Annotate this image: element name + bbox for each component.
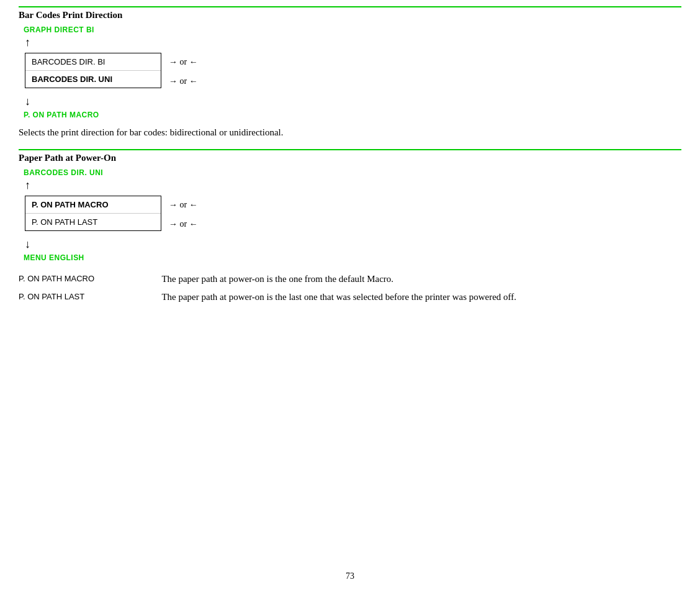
- section1-menu-item-0[interactable]: BARCODES DIR. BI: [25, 53, 161, 71]
- section1-or-item-0: → or ←: [169, 53, 198, 72]
- section2-desc-text-0: The paper path at power-on is the one fr…: [161, 271, 681, 289]
- section2-menu-item-0[interactable]: P. ON PATH MACRO: [25, 196, 161, 214]
- section2-desc-label-0: P. ON PATH MACRO: [19, 271, 161, 289]
- section2-desc-label-1: P. ON PATH LAST: [19, 289, 161, 307]
- section2-arrow-down: ↓: [25, 237, 681, 252]
- section2-menu-box-col: P. ON PATH MACRO P. ON PATH LAST: [19, 196, 161, 231]
- section2-menu-row: P. ON PATH MACRO P. ON PATH LAST → or ← …: [19, 196, 681, 234]
- section2-desc-table: P. ON PATH MACRO The paper path at power…: [19, 271, 681, 307]
- section2-or-item-0: → or ←: [169, 196, 198, 215]
- section2-menu-box: P. ON PATH MACRO P. ON PATH LAST: [25, 196, 161, 231]
- section2: Paper Path at Power-On BARCODES DIR. UNI…: [19, 149, 681, 307]
- page: Bar Codes Print Direction GRAPH DIRECT B…: [0, 0, 700, 590]
- section2-menu-item-1[interactable]: P. ON PATH LAST: [25, 214, 161, 230]
- section1-arrow-down: ↓: [25, 94, 681, 109]
- section2-or-col: → or ← → or ←: [169, 196, 198, 234]
- section2-desc-text-1: The paper path at power-on is the last o…: [161, 289, 681, 307]
- section2-desc-row-1: P. ON PATH LAST The paper path at power-…: [19, 289, 681, 307]
- section1-menu-row: BARCODES DIR. BI BARCODES DIR. UNI → or …: [19, 53, 681, 91]
- page-number: 73: [346, 571, 354, 581]
- section1-description: Selects the print direction for bar code…: [19, 127, 681, 138]
- section1-menu-box-col: BARCODES DIR. BI BARCODES DIR. UNI: [19, 53, 161, 88]
- section2-arrow-up: ↑: [25, 178, 681, 193]
- section1-arrow-up: ↑: [25, 35, 681, 50]
- section2-desc-row-0: P. ON PATH MACRO The paper path at power…: [19, 271, 681, 289]
- section1-or-col: → or ← → or ←: [169, 53, 198, 91]
- section1-menu-box: BARCODES DIR. BI BARCODES DIR. UNI: [25, 53, 161, 88]
- section1-or-item-1: → or ←: [169, 72, 198, 91]
- section1-green-label-top: GRAPH DIRECT BI: [24, 25, 94, 34]
- section2-title: Paper Path at Power-On: [19, 149, 681, 165]
- section1-title: Bar Codes Print Direction: [19, 6, 681, 22]
- section2-green-label-bottom: MENU ENGLISH: [24, 253, 84, 262]
- section1-green-label-bottom: P. ON PATH MACRO: [24, 111, 99, 119]
- section1: Bar Codes Print Direction GRAPH DIRECT B…: [19, 6, 681, 138]
- section2-or-item-1: → or ←: [169, 215, 198, 234]
- section2-green-label-top: BARCODES DIR. UNI: [24, 168, 103, 177]
- section1-menu-item-1[interactable]: BARCODES DIR. UNI: [25, 71, 161, 88]
